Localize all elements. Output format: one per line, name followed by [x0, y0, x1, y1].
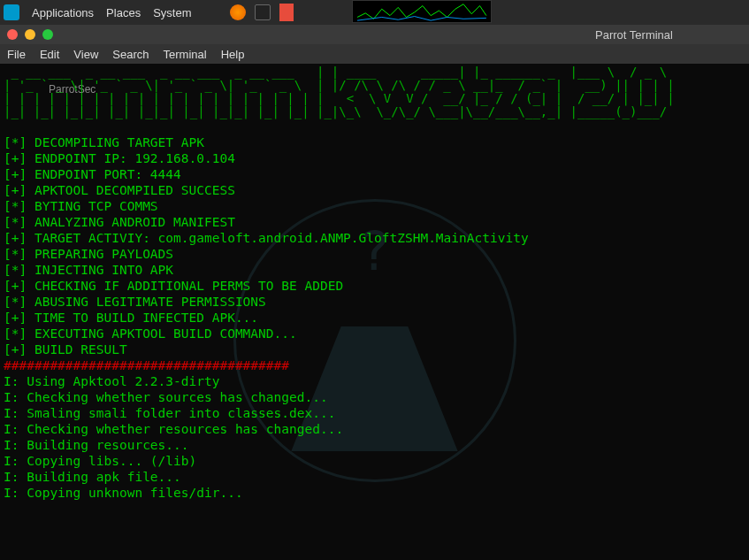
places-menu[interactable]: Places: [106, 6, 141, 19]
terminal-line: [+] BUILD RESULT: [4, 341, 745, 357]
terminal-launcher-icon[interactable]: [255, 4, 271, 20]
terminal-line: [4, 119, 745, 134]
terminal-line: [*] ABUSING LEGITIMATE PERMISSIONS: [4, 294, 745, 310]
maximize-button[interactable]: [42, 29, 53, 40]
terminal-line: [*] ANALYZING ANDROID MANIFEST: [4, 214, 745, 230]
system-monitor-graph[interactable]: [352, 0, 492, 23]
terminal-menubar: File Edit View Search Terminal Help: [0, 44, 749, 64]
applications-menu[interactable]: Applications: [32, 6, 94, 19]
cpu-graph-icon: [353, 1, 491, 22]
window-titlebar[interactable]: Parrot Terminal: [0, 25, 749, 44]
terminal-line: [*] PREPARING PAYLOADS: [4, 246, 745, 262]
system-menu[interactable]: System: [153, 6, 191, 19]
terminal-line: [+] APKTOOL DECOMPILED SUCCESS: [4, 182, 745, 198]
ascii-banner: _ __ ___ _ __ ___ _ __ ___ _ __ ___ | | …: [4, 65, 745, 119]
terminal-line: [*] BYTING TCP COMMS: [4, 198, 745, 214]
menu-file[interactable]: File: [7, 48, 26, 61]
topbar-app-icons: [230, 4, 294, 21]
terminal-line: I: Checking whether resources has change…: [4, 421, 745, 437]
terminal-line: [+] CHECKING IF ADDITIONAL PERMS TO BE A…: [4, 278, 745, 294]
window-title: Parrot Terminal: [546, 28, 722, 42]
firefox-icon[interactable]: [230, 4, 246, 20]
app-launcher-icon[interactable]: [279, 4, 294, 21]
desktop-topbar: Applications Places System: [0, 0, 749, 25]
terminal-lines: [*] DECOMPILING TARGET APK[+] ENDPOINT I…: [4, 119, 745, 501]
terminal-line: I: Smaling smali folder into classes.dex…: [4, 405, 745, 421]
terminal-line: I: Checking whether sources has changed.…: [4, 389, 745, 405]
terminal-line: I: Copying libs... (/lib): [4, 453, 745, 469]
terminal-line: I: Copying unknown files/dir...: [4, 485, 745, 501]
terminal-line: [*] INJECTING INTO APK: [4, 262, 745, 278]
separator-line: #####################################: [4, 357, 745, 373]
menu-help[interactable]: Help: [221, 48, 245, 61]
terminal-line: [*] DECOMPILING TARGET APK: [4, 134, 745, 150]
terminal-output[interactable]: ParrotSec ? _ __ ___ _ __ ___ _ __ ___ _…: [0, 64, 749, 560]
terminal-line: I: Building resources...: [4, 437, 745, 453]
os-logo-icon[interactable]: [4, 4, 19, 20]
menu-terminal[interactable]: Terminal: [164, 48, 207, 61]
terminal-line: [+] ENDPOINT PORT: 4444: [4, 166, 745, 182]
terminal-line: I: Using Apktool 2.2.3-dirty: [4, 373, 745, 389]
terminal-line: [+] TIME TO BUILD INFECTED APK...: [4, 310, 745, 326]
terminal-line: [*] EXECUTING APKTOOL BUILD COMMAND...: [4, 326, 745, 341]
window-controls: [7, 29, 53, 40]
minimize-button[interactable]: [25, 29, 35, 40]
terminal-window: Parrot Terminal File Edit View Search Te…: [0, 25, 749, 560]
terminal-line: [+] ENDPOINT IP: 192.168.0.104: [4, 150, 745, 166]
menu-edit[interactable]: Edit: [40, 48, 59, 61]
terminal-line: [+] TARGET ACTIVIY: com.gameloft.android…: [4, 230, 745, 246]
menu-view[interactable]: View: [73, 48, 98, 61]
menu-search[interactable]: Search: [112, 48, 149, 61]
terminal-line: I: Building apk file...: [4, 469, 745, 485]
close-button[interactable]: [7, 29, 18, 40]
